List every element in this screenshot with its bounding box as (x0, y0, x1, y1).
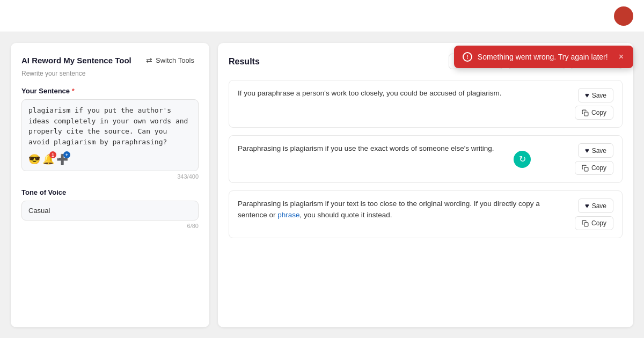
copy-button-2[interactable]: Copy (575, 161, 613, 175)
copy-icon-1 (582, 109, 589, 116)
save-button-1[interactable]: ♥ Save (578, 88, 613, 102)
tone-char-count: 6/80 (21, 223, 199, 229)
toast-close-button[interactable]: × (618, 52, 625, 62)
main-content: AI Reword My Sentence Tool ⇄ Switch Tool… (0, 32, 644, 338)
top-bar (0, 0, 644, 32)
result-text-3: Paraphrasing is plagiarism if your text … (238, 199, 569, 221)
copy-icon-3 (582, 220, 589, 227)
required-star: * (72, 87, 75, 95)
tone-label: Tone of Voice (21, 188, 199, 196)
result-row-1: If you paraphrase a person's work too cl… (238, 88, 613, 120)
svg-rect-1 (584, 112, 588, 115)
emoji-row: 😎 🔔 1 ➕ + (28, 153, 192, 165)
left-panel: AI Reword My Sentence Tool ⇄ Switch Tool… (11, 43, 209, 327)
sentence-textarea[interactable]: plagiarism if you put the author's ideas… (28, 105, 192, 148)
left-panel-header: AI Reword My Sentence Tool ⇄ Switch Tool… (21, 54, 199, 67)
result-text-1: If you paraphrase a person's work too cl… (238, 88, 569, 99)
result-row-3: Paraphrasing is plagiarism if your text … (238, 199, 613, 230)
user-avatar[interactable] (614, 6, 633, 26)
emoji-add-button[interactable]: ➕ + (56, 153, 68, 165)
heart-icon-1: ♥ (585, 91, 589, 99)
toast-warning-icon: ! (463, 52, 472, 62)
result-side-actions-3: ♥ Save Copy (575, 199, 613, 230)
heart-icon-3: ♥ (585, 202, 589, 210)
results-title: Results (229, 57, 260, 67)
sentence-char-count: 343/400 (21, 173, 199, 180)
switch-icon: ⇄ (146, 56, 152, 64)
save-button-2[interactable]: ♥ Save (578, 143, 613, 158)
copy-button-1[interactable]: Copy (575, 106, 613, 120)
sentence-label: Your Sentence * (21, 87, 199, 95)
toast-notification: ! Something went wrong. Try again later!… (454, 46, 633, 68)
result-item-2: Paraphrasing is plagiarism if you use th… (229, 135, 623, 183)
emoji-star-button[interactable]: 😎 (28, 153, 40, 165)
result-row-2: Paraphrasing is plagiarism if you use th… (238, 143, 613, 175)
add-badge: + (63, 151, 70, 158)
svg-rect-3 (584, 222, 588, 226)
emoji-notification-button[interactable]: 🔔 1 (42, 153, 54, 165)
notification-badge: 1 (49, 151, 56, 158)
result-side-actions-2: ♥ Save Copy (575, 143, 613, 175)
toast-message: Something went wrong. Try again later! (478, 53, 608, 61)
tool-subtitle: Rewrite your sentence (21, 70, 199, 77)
right-panel: Results View History Clear Results Copy … (218, 43, 633, 327)
sentence-textarea-wrapper: plagiarism if you put the author's ideas… (21, 99, 199, 171)
tone-input[interactable] (21, 201, 199, 221)
result-item-3: Paraphrasing is plagiarism if your text … (229, 190, 623, 238)
result-side-actions-1: ♥ Save Copy (575, 88, 613, 120)
heart-icon-2: ♥ (585, 146, 589, 155)
svg-rect-2 (584, 167, 588, 171)
copy-icon-2 (582, 165, 589, 172)
refresh-icon-2: ↻ (519, 154, 526, 164)
tool-title: AI Reword My Sentence Tool (21, 56, 131, 65)
refresh-button-2[interactable]: ↻ (514, 151, 531, 168)
switch-tools-button[interactable]: ⇄ Switch Tools (142, 54, 199, 67)
save-button-3[interactable]: ♥ Save (578, 199, 613, 213)
result-link-3: phrase (277, 211, 299, 219)
switch-tools-label: Switch Tools (156, 56, 194, 64)
result-item-1: If you paraphrase a person's work too cl… (229, 80, 623, 128)
copy-button-3[interactable]: Copy (575, 216, 613, 230)
